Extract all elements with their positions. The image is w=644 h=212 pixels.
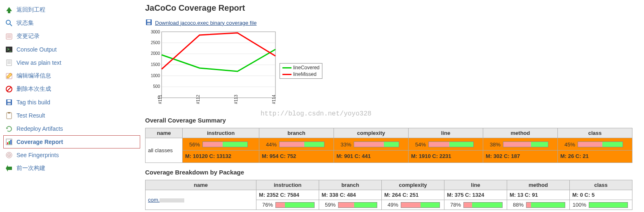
table-row: all classes 56% 44% 33% 54% 38% 45% (146, 138, 632, 151)
col-branch: branch (319, 180, 382, 190)
package-name-cell: com. (146, 190, 256, 210)
cell-method-bar: 88% (507, 200, 569, 210)
xtick: #114 (272, 94, 276, 104)
col-line: line (444, 180, 507, 190)
coverage-bar (503, 141, 548, 147)
cell-line-mc: M: 1910 C: 2231 (409, 151, 483, 163)
save-icon (145, 19, 153, 27)
cell-line-bar: 78% (444, 200, 507, 210)
sidebar-item-back-to-project[interactable]: 返回到工程 (3, 3, 140, 16)
cell-class-mc: M: 26 C: 21 (558, 151, 632, 163)
col-name: name (146, 180, 256, 190)
sidebar-item-coverage-report[interactable]: Coverage Report (3, 135, 140, 148)
cell-class-mc: M: 0 C: 5 (569, 190, 632, 200)
clipboard-icon (5, 111, 13, 120)
package-link[interactable]: com. (148, 197, 184, 203)
sidebar-item-label: Redeploy Artifacts (16, 125, 63, 132)
sidebar-item-delete-build[interactable]: 删除本次生成 (3, 82, 140, 96)
breakdown-table: name instruction branch complexity line … (145, 180, 632, 210)
col-line: line (409, 128, 483, 138)
row-name: all classes (146, 138, 183, 163)
coverage-bar (354, 141, 399, 147)
sidebar-item-label: 删除本次生成 (16, 85, 51, 93)
coverage-icon (5, 138, 13, 146)
forbidden-icon (5, 85, 13, 93)
svg-rect-18 (7, 113, 12, 119)
sidebar-item-label: Console Output (16, 46, 56, 53)
cell-line-mc: M: 375 C: 1324 (444, 190, 507, 200)
table-header-row: name instruction branch complexity line … (146, 180, 632, 190)
edit-notes-icon (5, 72, 13, 80)
svg-line-1 (10, 24, 12, 26)
cell-instruction-mc: M: 2352 C: 7584 (256, 190, 319, 200)
main-content: JaCoCo Coverage Report Download jacoco.e… (140, 0, 644, 212)
sidebar-item-label: 编辑编译信息 (16, 72, 51, 80)
sidebar-item-label: View as plain text (16, 59, 61, 66)
sidebar: 返回到工程 状态集 变更记录 >_ Console Output View as… (0, 0, 140, 212)
cell-instruction-bar: 56% (183, 138, 259, 151)
breakdown-heading: Coverage Breakdown by Package (145, 169, 639, 176)
svg-line-14 (7, 87, 11, 91)
col-class: class (569, 180, 632, 190)
sidebar-item-plain-text[interactable]: View as plain text (3, 56, 140, 69)
svg-rect-28 (147, 20, 150, 22)
document-icon (5, 59, 13, 67)
search-icon (5, 19, 13, 27)
fingerprint-icon (5, 151, 13, 159)
cell-complexity-mc: M: 264 C: 251 (382, 190, 444, 200)
ytick: 500 (153, 84, 160, 89)
cell-method-mc: M: 302 C: 187 (483, 151, 558, 163)
sidebar-item-edit-build-info[interactable]: 编辑编译信息 (3, 69, 140, 82)
legend-item: lineCovered (282, 64, 320, 71)
cell-method-bar: 38% (483, 138, 558, 151)
redacted-text (160, 198, 184, 203)
legend-swatch-icon (282, 67, 291, 68)
table-row: M: 10120 C: 13132 M: 954 C: 752 M: 901 C… (146, 151, 632, 163)
sidebar-item-redeploy-artifacts[interactable]: Redeploy Artifacts (3, 122, 140, 135)
overall-heading: Overall Coverage Summary (145, 117, 639, 124)
col-class: class (558, 128, 632, 138)
col-method: method (483, 128, 558, 138)
ytick: 1000 (151, 73, 160, 78)
ytick: 3000 (151, 30, 160, 34)
sidebar-item-tag-build[interactable]: Tag this build (3, 96, 140, 109)
sidebar-item-console-output[interactable]: >_ Console Output (3, 43, 140, 56)
svg-rect-22 (9, 141, 10, 144)
table-header-row: name instruction branch complexity line … (146, 128, 632, 138)
coverage-bar (463, 202, 503, 208)
sidebar-item-label: Coverage Report (16, 139, 63, 145)
cell-complexity-bar: 49% (382, 200, 444, 210)
coverage-bar (589, 202, 628, 208)
cell-branch-bar: 44% (259, 138, 334, 151)
sidebar-item-status[interactable]: 状态集 (3, 16, 140, 30)
sidebar-item-changes[interactable]: 变更记录 (3, 30, 140, 43)
col-name: name (146, 128, 183, 138)
sidebar-item-see-fingerprints[interactable]: See Fingerprints (3, 148, 140, 162)
xtick: #112 (196, 94, 200, 104)
save-icon (5, 98, 13, 106)
coverage-bar (401, 202, 440, 208)
svg-rect-17 (7, 103, 11, 105)
cell-class-bar: 45% (558, 138, 632, 151)
sidebar-item-label: 变更记录 (16, 33, 40, 40)
sidebar-item-label: Tag this build (16, 99, 50, 106)
cell-branch-mc: M: 338 C: 484 (319, 190, 382, 200)
page-title: JaCoCo Coverage Report (145, 3, 639, 13)
notes-icon (5, 32, 13, 40)
coverage-trend-chart: 0 500 1000 1500 2000 2500 3000 (145, 28, 318, 111)
cell-branch-mc: M: 954 C: 752 (259, 151, 334, 163)
sidebar-item-label: See Fingerprints (16, 152, 59, 158)
sidebar-item-previous-build[interactable]: 前一次构建 (3, 162, 140, 175)
legend-label: lineMissed (293, 71, 317, 77)
svg-point-26 (9, 155, 10, 156)
coverage-bar (338, 202, 377, 208)
svg-rect-29 (147, 23, 150, 25)
cell-method-mc: M: 13 C: 91 (507, 190, 569, 200)
cell-complexity-mc: M: 901 C: 441 (334, 151, 409, 163)
col-instruction: instruction (256, 180, 319, 190)
coverage-bar (275, 202, 315, 208)
download-link[interactable]: Download jacoco.exec binary coverage fil… (155, 20, 256, 26)
sidebar-item-test-result[interactable]: Test Result (3, 109, 140, 122)
col-complexity: complexity (334, 128, 409, 138)
coverage-bar (526, 202, 565, 208)
